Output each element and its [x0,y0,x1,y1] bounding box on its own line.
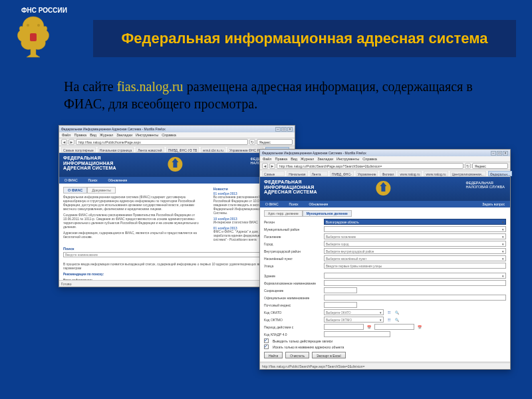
kladr-input[interactable] [324,331,390,337]
intracity-select[interactable]: Выберите внутригородской район [324,248,506,254]
nav-item[interactable]: О ФИАС [260,202,284,206]
bookmark-item[interactable]: Начальная страница [98,147,134,152]
about-paragraph: Адресная информация, содержащаяся в ФИАС… [63,231,208,239]
label-okato: Код ОКАТО [264,311,321,315]
munic-district-select[interactable] [324,226,506,232]
forward-icon[interactable]: ► [269,163,275,169]
city-select[interactable]: Выберите город [324,241,506,247]
bookmark-item[interactable]: Самые популярные [262,171,285,176]
oktmo-select[interactable]: Выберите ОКТМО [324,317,384,323]
back-icon[interactable]: ◄ [61,139,67,145]
settlement-select[interactable]: Выберите поселение [324,233,506,239]
label-postal: Почтовый индекс [264,303,321,307]
url-input[interactable]: http://fias.nalog.ru/Public/home/Page.as… [76,139,248,145]
bookmark-item[interactable]: ПМВД_ФНС-УЗ ТВ [330,171,354,176]
building-select[interactable] [324,273,506,279]
back-icon[interactable]: ◄ [262,163,268,169]
tab-documents[interactable]: Документы [87,187,115,194]
bookmark-item[interactable]: Управление ФНС Р... [356,171,378,176]
nav-item[interactable]: Задать вопрос [477,202,510,206]
label-street: Улица [264,264,321,268]
label-short: Сокращение [264,289,321,293]
url-highlight: fias.nalog.ru [117,79,184,94]
browser-search-input[interactable]: Яндекс [257,139,293,145]
tree-icon[interactable]: ☷ [386,317,392,323]
period-from-input[interactable] [324,324,364,330]
label-official: Официальное наименование [264,296,321,300]
calendar-icon[interactable]: 📅 [417,325,422,330]
formal-name-input[interactable] [324,280,506,286]
bookmark-item[interactable]: Управление ФНС Р... [227,147,263,152]
calendar-icon[interactable]: 📅 [366,325,372,330]
slide-body: На сайте fias.nalog.ru размещена адресна… [64,78,492,112]
nav-item[interactable]: Поиск [83,178,103,182]
maximize-icon[interactable]: □ [497,151,502,156]
period-to-input[interactable] [374,324,414,330]
url-toolbar: ◄ ► http://fias.nalog.ru/Public/home/Pag… [59,138,295,146]
bookmark-item[interactable]: www.nalog.ru - Се... [424,171,448,176]
window-titlebar[interactable]: Федеральная Информационная Адресная Сист… [260,150,510,156]
search-heading: Поиск [63,247,291,251]
reload-icon[interactable]: ↻ [249,139,255,145]
search-icon[interactable]: 🔍 [394,310,400,315]
tree-icon[interactable]: ☷ [386,310,392,315]
checkbox-names-only[interactable] [264,344,269,349]
search-icon[interactable]: 🔍 [394,317,400,323]
nav-item[interactable]: О ФИАС [59,178,83,182]
locality-select[interactable]: Выберите населённый пункт [324,255,506,261]
forward-icon[interactable]: ► [68,139,74,145]
site-sublogo: ФЕДЕРАЛЬНАЯ НАЛОГОВАЯ СЛУЖБА [466,181,505,189]
clear-button[interactable]: Очистить [285,352,309,358]
window-titlebar[interactable]: Федеральная Информационная Адресная Сист… [59,126,295,132]
minimize-icon[interactable]: – [491,151,496,156]
tab-admin-division[interactable]: Адм.-терр. деление [264,210,303,217]
url-toolbar: ◄ ► http://fias.nalog.ru/Public/SearchPa… [260,162,510,170]
bookmark-item[interactable]: Лента новостей [310,171,328,176]
menu-bar[interactable]: ФайлПравкаВидЖурналЗакладкиИнструментыСп… [260,156,510,162]
street-input[interactable]: Введите первые буквы названия улицы [324,263,506,269]
bookmark-item[interactable]: Федеральн... [488,171,512,176]
search-form: Адм.-терр. деление Муниципальное деление… [260,207,510,361]
bookmark-item[interactable]: Филиал ФГУП ГНИ... [380,171,396,176]
nav-item[interactable]: Обновления [102,178,132,182]
bookmark-item[interactable]: Самые популярные [61,147,96,152]
short-name-input[interactable] [324,287,357,293]
eagle-emblem-icon [13,13,53,60]
nav-item[interactable]: Поиск [284,202,304,206]
label-intracity: Внутригородской район [264,249,321,253]
minimize-icon[interactable]: – [275,127,281,132]
bookmark-item[interactable]: Начальная страница [287,171,307,176]
url-input[interactable]: http://fias.nalog.ru/Public/SearchPage.a… [277,163,464,169]
bookmark-item[interactable]: Централизованная... [450,171,486,176]
close-icon[interactable]: × [503,151,508,156]
site-nav: О ФИАС Поиск Обновления Задать вопрос [260,201,510,207]
postal-input[interactable] [324,302,357,308]
find-button[interactable]: Найти [264,352,283,358]
region-select[interactable]: Волгоградская область [324,219,506,225]
export-excel-button[interactable]: Экспорт в Excel [312,352,345,358]
bookmark-item[interactable]: www.nalog.ru - Фе... [398,171,422,176]
label-region: Регион [264,220,321,224]
close-icon[interactable]: × [287,127,293,132]
label-munic-district: Муниципальный район [264,227,321,231]
bookmark-item[interactable]: ПМВД_ФНС-УЗ ТВ [166,147,200,152]
checkbox-active-only[interactable] [264,338,269,343]
news-heading: Новости [213,187,228,191]
menu-bar[interactable]: ФайлПравкаВидЖурналЗакладкиИнструментыСп… [59,132,295,138]
label-city: Город [264,242,321,246]
nav-item[interactable]: Обновления [303,202,333,206]
maximize-icon[interactable]: □ [281,127,287,132]
tab-about[interactable]: О ФИАС [63,187,87,194]
okato-select[interactable]: Выберите ОКАТО [324,309,384,315]
tab-municipal-division[interactable]: Муниципальное деление [303,210,352,217]
slide-title: Федеральная информационная адресная сист… [122,30,488,47]
browser-search-input[interactable]: Яндекс [472,163,508,169]
reload-icon[interactable]: ↻ [465,163,471,169]
bookmark-item[interactable]: Лента новостей [136,147,164,152]
bookmark-item[interactable]: emul.cbr.ru.ru [201,147,225,152]
bookmarks-bar: Самые популярные Начальная страница Лент… [260,170,510,177]
label-period: Период действия с [264,325,321,329]
official-name-input[interactable] [324,295,506,301]
label-building: Здание [264,274,321,278]
search-input[interactable]: Введите наименование [63,252,272,257]
